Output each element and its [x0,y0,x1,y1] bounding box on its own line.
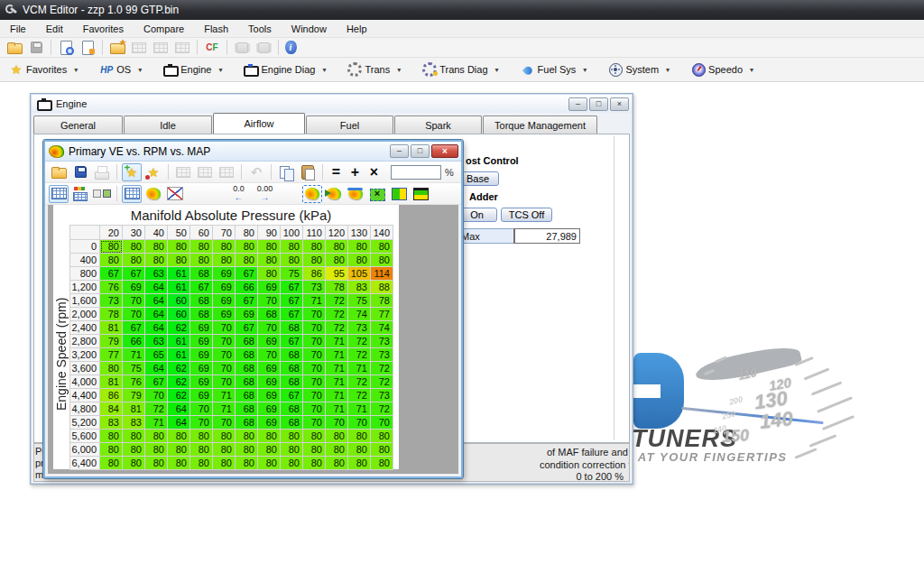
ve-cell[interactable]: 80 [213,240,236,254]
ve-cell[interactable]: 80 [145,457,168,470]
ve-cell[interactable]: 67 [281,389,303,402]
ve-cell[interactable]: 70 [303,416,326,430]
ve-cell[interactable]: 71 [123,348,145,362]
ve-cell[interactable]: 80 [371,457,393,470]
rpm-row-header[interactable]: 4,000 [70,375,100,389]
ve-cell[interactable]: 67 [281,335,303,348]
tgray-icon[interactable] [195,163,215,181]
dec-right-icon[interactable]: 0.00→ [253,185,277,203]
ve-cell[interactable]: 69 [258,389,281,402]
tgray-icon[interactable] [129,39,149,57]
ve-cell[interactable]: 67 [281,294,303,308]
ve-cell[interactable]: 73 [371,335,393,348]
rpm-row-header[interactable]: 1,200 [70,281,100,294]
ve-cell[interactable]: 71 [145,416,168,430]
rpm-row-header[interactable]: 3,200 [70,348,100,362]
ve-cell[interactable]: 71 [303,294,326,308]
ve-cell[interactable]: 80 [326,240,348,254]
rpm-row-header[interactable]: 5,600 [70,430,100,443]
ve-cell[interactable]: 80 [168,240,190,254]
ve-cell[interactable]: 80 [281,457,303,470]
printer-icon[interactable] [92,163,112,181]
favbar-item-trans[interactable]: Trans▾ [344,60,403,79]
ve-cell[interactable]: 80 [236,240,258,254]
ve-cell[interactable]: 72 [326,321,348,335]
ve-cell[interactable]: 70 [123,294,145,308]
ve-cell[interactable]: 80 [236,254,258,267]
ve-cell[interactable]: 69 [190,348,213,362]
ve-cell[interactable]: 80 [145,240,168,254]
op-plus-icon[interactable]: + [346,163,364,181]
ve-cell[interactable]: 61 [168,348,190,362]
disk-blue-icon[interactable] [70,163,90,181]
grid-icon[interactable] [122,185,142,203]
ve-cell[interactable]: 80 [348,457,371,470]
ve-cell[interactable]: 70 [258,294,281,308]
ve-cell[interactable]: 71 [326,389,348,402]
ve-cell[interactable]: 70 [303,308,326,321]
ve-cell[interactable]: 114 [371,267,393,281]
ve-cell[interactable]: 81 [123,402,145,416]
ve-cell[interactable]: 70 [190,416,213,430]
ve-cell[interactable]: 80 [236,430,258,443]
ve-cell[interactable]: 68 [236,348,258,362]
ve-cell[interactable]: 71 [326,375,348,389]
ve-cell[interactable]: 69 [190,335,213,348]
ve-cell[interactable]: 72 [326,294,348,308]
rpm-row-header[interactable]: 3,600 [70,362,100,375]
ve-cell[interactable]: 86 [100,389,123,402]
ve-cell[interactable]: 86 [303,267,326,281]
ve-cell[interactable]: 80 [123,430,145,443]
info-icon[interactable]: i [283,39,298,57]
ve-cell[interactable]: 69 [190,375,213,389]
dropdown-arrow-icon[interactable]: ▾ [495,66,499,74]
ve-cell[interactable]: 68 [190,308,213,321]
ve-cell[interactable]: 67 [123,321,145,335]
grid-icon[interactable] [49,185,69,203]
ve-cell[interactable]: 73 [371,348,393,362]
favbar-item-engine[interactable]: Engine▾ [160,60,225,79]
ve-cell[interactable]: 80 [303,240,326,254]
ve-cell[interactable]: 71 [213,402,236,416]
ve-cell[interactable]: 68 [190,294,213,308]
ve-cell[interactable]: 80 [123,254,145,267]
map-column-header[interactable]: 80 [236,226,258,240]
ve-cell[interactable]: 73 [348,321,371,335]
map-column-header[interactable]: 20 [100,226,123,240]
ve-cell[interactable]: 80 [100,443,123,457]
ve-cell[interactable]: 80 [213,443,236,457]
ve-cell[interactable]: 80 [168,443,190,457]
ve-cell[interactable]: 69 [258,281,281,294]
base-button[interactable]: Base [457,171,499,186]
ve-cell[interactable]: 73 [303,281,326,294]
ve-cell[interactable]: 60 [168,308,190,321]
ve-cell[interactable]: 80 [348,443,371,457]
ve-cell[interactable]: 80 [281,443,303,457]
dropdown-arrow-icon[interactable]: ▾ [750,66,753,74]
ve-cell[interactable]: 65 [145,348,168,362]
ve-cell[interactable]: 80 [236,443,258,457]
dec-left-icon[interactable]: 0.0← [226,185,251,203]
ve-cell[interactable]: 69 [213,281,236,294]
ve-cell[interactable]: 66 [123,335,145,348]
ve-cell[interactable]: 80 [123,457,145,470]
tgray-icon[interactable] [217,163,236,181]
ve-cell[interactable]: 70 [326,416,348,430]
ve-cell[interactable]: 69 [258,375,281,389]
ve-cell[interactable]: 68 [281,348,303,362]
ve-cell[interactable]: 62 [168,375,190,389]
ve-cell[interactable]: 68 [236,402,258,416]
ve-cell[interactable]: 80 [123,443,145,457]
ve-cell[interactable]: 75 [348,294,371,308]
doc-new-icon[interactable] [78,39,97,57]
compare-icon[interactable]: CF [202,39,222,57]
ve-cell[interactable]: 69 [190,362,213,375]
ve-cell[interactable]: 80 [258,430,281,443]
maximize-button[interactable]: □ [411,144,430,158]
favbar-item-trans-diag[interactable]: Trans Diag▾ [419,60,501,79]
ve-cell[interactable]: 69 [190,389,213,402]
ve-cell[interactable]: 78 [100,308,123,321]
ve-cell[interactable]: 69 [123,281,145,294]
menu-tools[interactable]: Tools [238,20,282,37]
ve-cell[interactable]: 80 [303,443,326,457]
